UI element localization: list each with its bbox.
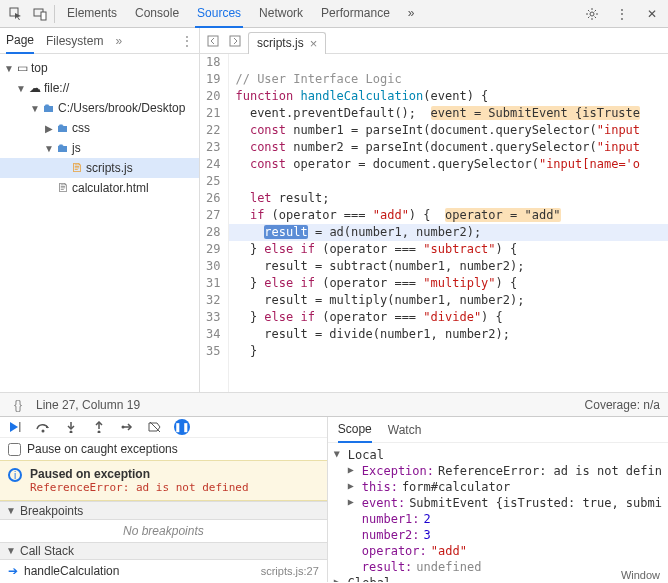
svg-rect-4 [208, 36, 218, 46]
gear-icon[interactable] [580, 2, 604, 26]
paused-banner: i Paused on exception ReferenceError: ad… [0, 460, 327, 501]
close-icon[interactable]: ✕ [640, 2, 664, 26]
svg-point-9 [98, 431, 101, 434]
scope-tab[interactable]: Scope [338, 417, 372, 443]
step-icon[interactable] [118, 418, 136, 436]
current-frame-icon: ➔ [8, 564, 18, 578]
scope-event[interactable]: ▶event: SubmitEvent {isTrusted: true, su… [334, 495, 662, 511]
info-icon: i [8, 468, 22, 482]
folder-icon: 🖿 [57, 141, 69, 155]
svg-point-10 [122, 426, 125, 429]
braces-icon[interactable]: {} [8, 398, 28, 412]
scope-number2[interactable]: number2: 3 [334, 527, 662, 543]
tree-file-scripts[interactable]: 🖹scripts.js [0, 158, 199, 178]
debugger-sidebar: ❚❚ Pause on caught exceptions i Paused o… [0, 417, 328, 582]
callstack-frame[interactable]: ➔ handleCalculation scripts.js:27 [0, 560, 327, 582]
pause-caught-checkbox[interactable] [8, 443, 21, 456]
svg-point-3 [590, 12, 594, 16]
scope-operator[interactable]: operator: "add" [334, 543, 662, 559]
tab-elements[interactable]: Elements [65, 0, 119, 28]
scope-number1[interactable]: number1: 2 [334, 511, 662, 527]
editor-tab-label: scripts.js [257, 36, 304, 50]
scope-global[interactable]: ▶Global [334, 575, 662, 582]
pause-caught-label: Pause on caught exceptions [27, 442, 178, 456]
device-toggle-icon[interactable] [28, 2, 52, 26]
more-tabs-icon[interactable]: » [406, 0, 417, 28]
file-tree: ▼▭top ▼☁file:// ▼🖿C:/Users/brook/Desktop… [0, 54, 199, 392]
editor-tab-scripts[interactable]: scripts.js × [248, 32, 326, 54]
html-file-icon: 🖹 [57, 181, 69, 195]
tab-console[interactable]: Console [133, 0, 181, 28]
coverage-status: Coverage: n/a [585, 398, 660, 412]
nav-back-icon[interactable] [204, 32, 222, 50]
tree-folder-root[interactable]: ▼🖿C:/Users/brook/Desktop [0, 98, 199, 118]
folder-icon: 🖿 [43, 101, 55, 115]
js-file-icon: 🖹 [71, 161, 83, 175]
scope-local[interactable]: ▼Local [334, 447, 662, 463]
scope-pane: Scope Watch ▼Local ▶Exception: Reference… [328, 417, 668, 582]
paused-title: Paused on exception [30, 467, 249, 481]
frame-location: scripts.js:27 [261, 565, 319, 577]
panel-tabs: Elements Console Sources Network Perform… [65, 0, 580, 28]
devtools-toolbar: Elements Console Sources Network Perform… [0, 0, 668, 28]
cloud-icon: ☁ [29, 81, 41, 95]
watch-tab[interactable]: Watch [388, 418, 422, 442]
resume-icon[interactable] [6, 418, 24, 436]
scope-exception[interactable]: ▶Exception: ReferenceError: ad is not de… [334, 463, 662, 479]
deactivate-bp-icon[interactable] [146, 418, 164, 436]
scope-this[interactable]: ▶this: form#calculator [334, 479, 662, 495]
breakpoints-header[interactable]: ▼Breakpoints [0, 501, 327, 519]
step-out-icon[interactable] [90, 418, 108, 436]
tree-file-origin[interactable]: ▼☁file:// [0, 78, 199, 98]
svg-rect-2 [41, 12, 46, 20]
svg-rect-5 [230, 36, 240, 46]
svg-point-7 [42, 430, 45, 433]
nav-kebab-icon[interactable]: ⋮ [181, 34, 193, 48]
folder-icon: 🖿 [57, 121, 69, 135]
frame-name: handleCalculation [24, 564, 119, 578]
inspect-icon[interactable] [4, 2, 28, 26]
callstack-header[interactable]: ▼Call Stack [0, 542, 327, 560]
step-over-icon[interactable] [34, 418, 52, 436]
cursor-position: Line 27, Column 19 [36, 398, 140, 412]
global-window-label: Window [621, 569, 660, 581]
editor-pane: scripts.js × 181920212223242526272829303… [200, 28, 668, 392]
navigator-pane: Page Filesystem » ⋮ ▼▭top ▼☁file:// ▼🖿C:… [0, 28, 200, 392]
scope-result[interactable]: result: undefined [334, 559, 662, 575]
tree-top[interactable]: ▼▭top [0, 58, 199, 78]
tab-sources[interactable]: Sources [195, 0, 243, 28]
breakpoints-empty: No breakpoints [0, 520, 327, 542]
kebab-icon[interactable]: ⋮ [610, 2, 634, 26]
nav-tab-page[interactable]: Page [6, 28, 34, 54]
svg-point-8 [70, 431, 73, 434]
nav-fwd-icon[interactable] [226, 32, 244, 50]
close-tab-icon[interactable]: × [310, 36, 318, 51]
editor-status-bar: {} Line 27, Column 19 Coverage: n/a [0, 392, 668, 416]
debugger-controls: ❚❚ [0, 417, 327, 438]
paused-error: ReferenceError: ad is not defined [30, 481, 249, 494]
tree-file-calculator[interactable]: 🖹calculator.html [0, 178, 199, 198]
more-nav-tabs-icon[interactable]: » [115, 34, 122, 48]
tree-folder-css[interactable]: ▶🖿css [0, 118, 199, 138]
nav-tab-filesystem[interactable]: Filesystem [46, 29, 103, 53]
svg-rect-6 [19, 422, 21, 432]
tab-network[interactable]: Network [257, 0, 305, 28]
tree-folder-js[interactable]: ▼🖿js [0, 138, 199, 158]
tab-performance[interactable]: Performance [319, 0, 392, 28]
pause-exception-icon[interactable]: ❚❚ [174, 419, 190, 435]
step-into-icon[interactable] [62, 418, 80, 436]
code-editor[interactable]: 181920212223242526272829303132333435 // … [200, 54, 668, 392]
